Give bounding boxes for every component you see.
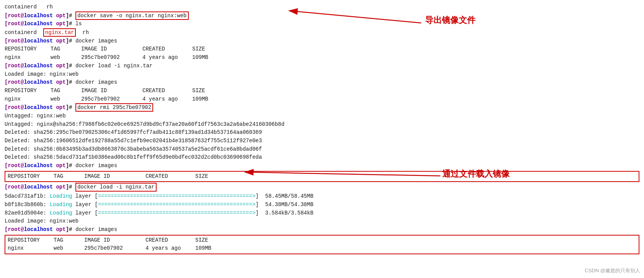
cmd-text: docker images bbox=[75, 162, 117, 170]
col-id: IMAGE ID bbox=[84, 172, 145, 181]
prompt: [root@localhost opt]# bbox=[5, 78, 75, 87]
size: 58.45MB/58.45MB bbox=[265, 192, 314, 201]
line-deleted-2: Deleted: sha256:19606512dfe192788a55d7c1… bbox=[5, 137, 639, 145]
val-repo: nginx bbox=[8, 244, 54, 253]
table-row-2: nginx web 295c7be07902 4 years ago 109MB bbox=[5, 95, 639, 104]
val-created: 4 years ago bbox=[145, 244, 195, 253]
val-repo: nginx bbox=[5, 95, 51, 104]
cmd-text: docker save -o nginx.tar nginx:web bbox=[75, 11, 189, 20]
table-final-boxed: REPOSITORY TAG IMAGE ID CREATED SIZE ngi… bbox=[5, 235, 639, 254]
text: rh bbox=[76, 29, 89, 37]
val-tag: web bbox=[51, 54, 81, 62]
val-created: 4 years ago bbox=[142, 95, 192, 104]
cmd-load-2: docker load -i nginx.tar bbox=[75, 183, 157, 191]
col-size: SIZE bbox=[192, 45, 205, 54]
col-created: CREATED bbox=[142, 87, 192, 95]
line-docker-images-3: [root@localhost opt]# docker images bbox=[5, 162, 639, 170]
col-size: SIZE bbox=[195, 236, 208, 245]
col-id: IMAGE ID bbox=[81, 87, 142, 95]
terminal: containerd rh [root@localhost opt]# dock… bbox=[0, 0, 644, 258]
size: 3.584kB/3.584kB bbox=[265, 209, 314, 218]
col-repo: REPOSITORY bbox=[5, 45, 51, 54]
text: containerd rh bbox=[5, 3, 53, 11]
line-docker-load-2-wrapper: [root@localhost opt]# docker load -i ngi… bbox=[5, 183, 639, 192]
table-header-3: REPOSITORY TAG IMAGE ID CREATED SIZE bbox=[8, 172, 636, 181]
loading-text: Loading bbox=[50, 201, 72, 209]
progress-bar: ========================================… bbox=[98, 192, 256, 201]
col-tag: TAG bbox=[54, 236, 84, 245]
col-repo: REPOSITORY bbox=[8, 236, 54, 245]
col-tag: TAG bbox=[54, 172, 84, 181]
text: Untagged: nginx@sha256:f7988fb6c02e0ce69… bbox=[5, 120, 284, 129]
line-deleted-1: Deleted: sha256:295c7be079025306c4f1d659… bbox=[5, 128, 639, 137]
text: ] bbox=[255, 201, 265, 209]
watermark: CSDN @尴尬的只有别人 bbox=[585, 267, 640, 274]
table-row-4: nginx web 295c7be07902 4 years ago 109MB bbox=[8, 244, 636, 253]
line-loaded-1: Loaded image: nginx:web bbox=[5, 70, 639, 79]
table-header-1: REPOSITORY TAG IMAGE ID CREATED SIZE bbox=[5, 45, 639, 54]
col-created: CREATED bbox=[145, 236, 195, 245]
table-header-3-boxed: REPOSITORY TAG IMAGE ID CREATED SIZE bbox=[5, 171, 639, 182]
line-docker-rmi: [root@localhost opt]# docker rmi 295c7be… bbox=[5, 103, 639, 112]
prompt: [root@localhost opt]# bbox=[5, 12, 75, 20]
prompt: [root@localhost opt]# bbox=[5, 183, 75, 192]
col-size: SIZE bbox=[192, 87, 205, 95]
line-docker-images-4: [root@localhost opt]# docker images bbox=[5, 226, 639, 234]
line-loaded-2: Loaded image: nginx:web bbox=[5, 217, 639, 226]
line-docker-load-1: [root@localhost opt]# docker load -i ngi… bbox=[5, 62, 639, 70]
line-1: containerd rh bbox=[5, 3, 639, 11]
loading-text: Loading bbox=[50, 209, 72, 218]
prompt: [root@localhost opt]# bbox=[5, 20, 75, 28]
val-created: 4 years ago bbox=[142, 54, 192, 62]
text: layer [ bbox=[72, 192, 98, 201]
col-repo: REPOSITORY bbox=[5, 87, 51, 95]
val-tag: web bbox=[54, 244, 84, 253]
text: Deleted: sha256:295c7be079025306c4f1d659… bbox=[5, 128, 262, 137]
val-id: 295c7be07902 bbox=[81, 95, 142, 104]
layer-id: b8f18c3b860b: bbox=[5, 201, 50, 209]
table-header-4: REPOSITORY TAG IMAGE ID CREATED SIZE bbox=[8, 236, 636, 245]
line-deleted-4: Deleted: sha256:5dacd731af1b0386ead06c8b… bbox=[5, 153, 639, 162]
layer-id: 82ae01d5004e: bbox=[5, 209, 50, 218]
text: ] bbox=[255, 209, 265, 218]
prompt: [root@localhost opt]# bbox=[5, 62, 75, 70]
val-tag: web bbox=[51, 95, 81, 104]
cmd-text: docker images bbox=[75, 37, 117, 46]
line-loading-2: b8f18c3b860b: Loading layer [===========… bbox=[5, 201, 639, 209]
text: layer [ bbox=[72, 201, 98, 209]
text: containerd bbox=[5, 29, 43, 37]
line-save-cmd: [root@localhost opt]# docker save -o ngi… bbox=[5, 11, 639, 20]
line-untagged-2: Untagged: nginx@sha256:f7988fb6c02e0ce69… bbox=[5, 120, 639, 129]
cmd-text: ls bbox=[75, 20, 82, 28]
val-size: 109MB bbox=[192, 54, 208, 62]
text: ] bbox=[255, 192, 265, 201]
text: Loaded image: nginx:web bbox=[5, 70, 78, 79]
text: Loaded image: nginx:web bbox=[5, 217, 78, 226]
text: Untagged: nginx:web bbox=[5, 112, 66, 120]
size: 54.38MB/54.38MB bbox=[265, 201, 314, 209]
line-loading-3: 82ae01d5004e: Loading layer [===========… bbox=[5, 209, 639, 218]
line-untagged-1: Untagged: nginx:web bbox=[5, 112, 639, 120]
text: layer [ bbox=[72, 209, 98, 218]
progress-bar: ========================================… bbox=[98, 201, 256, 209]
val-size: 109MB bbox=[192, 95, 208, 104]
cmd-text: docker images bbox=[75, 226, 117, 234]
col-size: SIZE bbox=[195, 172, 208, 181]
val-size: 109MB bbox=[195, 244, 211, 253]
progress-bar: ========================================… bbox=[98, 209, 256, 218]
line-deleted-3: Deleted: sha256:0b83495b3ad3db8663870c3b… bbox=[5, 145, 639, 154]
text: Deleted: sha256:19606512dfe192788a55d7c1… bbox=[5, 137, 262, 145]
cmd-rmi: docker rmi 295c7be07902 bbox=[75, 103, 153, 112]
line-loading-1: 5dacd731af1b: Loading layer [===========… bbox=[5, 192, 639, 201]
prompt: [root@localhost opt]# bbox=[5, 226, 75, 234]
table-row-1: nginx web 295c7be07902 4 years ago 109MB bbox=[5, 54, 639, 62]
val-repo: nginx bbox=[5, 54, 51, 62]
line-docker-images-1: [root@localhost opt]# docker images bbox=[5, 37, 639, 46]
val-id: 295c7be07902 bbox=[81, 54, 142, 62]
col-repo: REPOSITORY bbox=[8, 172, 54, 181]
line-docker-images-2: [root@localhost opt]# docker images bbox=[5, 78, 639, 87]
cmd-text: docker images bbox=[75, 78, 117, 87]
prompt: [root@localhost opt]# bbox=[5, 104, 75, 112]
nginx-tar-highlight: nginx.tar bbox=[43, 28, 76, 37]
col-id: IMAGE ID bbox=[84, 236, 145, 245]
